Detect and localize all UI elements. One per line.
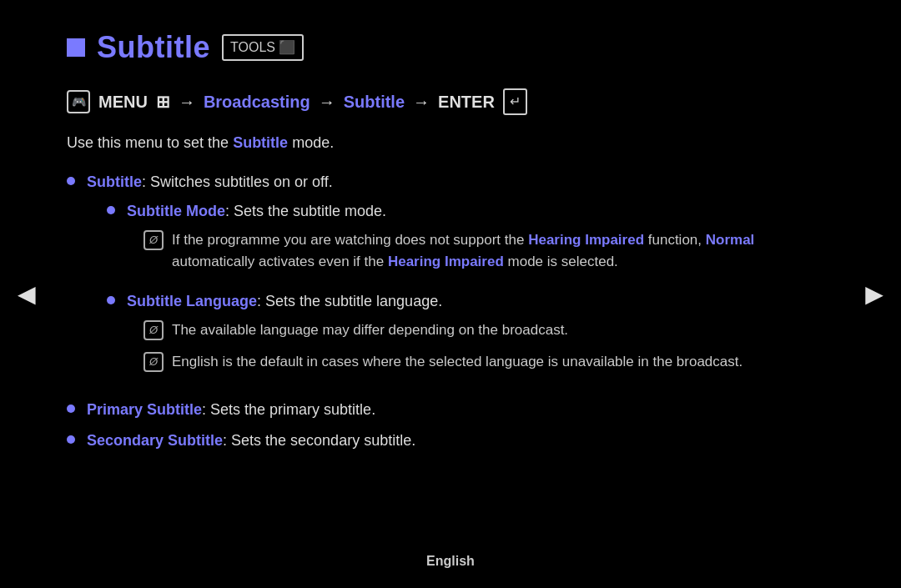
nav-arrow-2: →	[319, 89, 335, 114]
nav-right-button[interactable]: ►	[859, 272, 889, 317]
bullet-item-primary: Primary Subtitle: Sets the primary subti…	[67, 399, 834, 421]
desc-text: Use this menu to set the	[67, 134, 229, 151]
bullet-list: Subtitle: Switches subtitles on or off. …	[67, 171, 834, 452]
sub-bullet1-highlight: Subtitle Mode	[127, 203, 225, 219]
note-item-2: Ø The available language may differ depe…	[143, 319, 742, 341]
desc-end: mode.	[292, 134, 334, 151]
bullet-dot-2	[67, 405, 75, 413]
nav-arrow-1: →	[179, 89, 195, 114]
sub-bullet2-text: : Sets the subtitle language.	[257, 293, 442, 309]
bullet3-highlight: Secondary Subtitle	[87, 432, 223, 449]
sub-bullet2-highlight: Subtitle Language	[127, 293, 257, 309]
nav-left-button[interactable]: ◄	[12, 272, 42, 317]
sub-bullet-text-1: Subtitle Mode: Sets the subtitle mode. Ø…	[127, 200, 834, 282]
note-text-1: If the programme you are watching does n…	[172, 229, 834, 272]
note-list-1: Ø If the programme you are watching does…	[143, 229, 834, 272]
note-item-3: Ø English is the default in cases where …	[143, 351, 742, 373]
square-icon	[67, 38, 85, 57]
header-row: Subtitle TOOLS ⬛	[67, 25, 834, 70]
note-list-2: Ø The available language may differ depe…	[143, 319, 742, 372]
sub-bullet-dot-2	[107, 296, 115, 304]
tools-label: TOOLS	[230, 38, 275, 58]
bullet2-text: : Sets the primary subtitle.	[202, 401, 375, 418]
enter-key: ↵	[503, 88, 527, 115]
note-text-2: The available language may differ depend…	[172, 319, 568, 341]
bullet-dot-3	[67, 435, 75, 444]
bullet-item-secondary: Secondary Subtitle: Sets the secondary s…	[67, 430, 834, 452]
nav-arrow-3: →	[413, 89, 430, 114]
menu-grid: ⊞	[156, 89, 170, 114]
sub-item-mode: Subtitle Mode: Sets the subtitle mode. Ø…	[107, 200, 834, 282]
bullet1-highlight: Subtitle	[87, 173, 142, 190]
description: Use this menu to set the Subtitle mode.	[67, 132, 834, 154]
bullet-text-3: Secondary Subtitle: Sets the secondary s…	[87, 430, 415, 452]
nav-subtitle: Subtitle	[344, 89, 405, 114]
page-title: Subtitle	[97, 25, 210, 70]
bullet3-text: : Sets the secondary subtitle.	[223, 432, 415, 449]
sub-bullet-text-2: Subtitle Language: Sets the subtitle lan…	[127, 290, 742, 382]
bullet1-text: : Switches subtitles on or off.	[142, 173, 333, 190]
menu-icon: 🎮	[67, 90, 90, 113]
bullet2-highlight: Primary Subtitle	[87, 401, 202, 418]
note-icon-2: Ø	[143, 320, 164, 340]
sub-item-language: Subtitle Language: Sets the subtitle lan…	[107, 290, 834, 382]
bullet-dot-1	[67, 177, 75, 185]
sub-bullet1-text: : Sets the subtitle mode.	[225, 203, 386, 219]
tools-badge: TOOLS ⬛	[222, 34, 304, 61]
bullet-text-2: Primary Subtitle: Sets the primary subti…	[87, 399, 375, 421]
menu-nav: 🎮 MENU ⊞ → Broadcasting → Subtitle → ENT…	[67, 88, 834, 115]
footer-lang: English	[426, 554, 475, 568]
sub-list-1: Subtitle Mode: Sets the subtitle mode. Ø…	[107, 200, 834, 382]
nav-broadcasting: Broadcasting	[204, 89, 310, 114]
bullet-item-subtitle: Subtitle: Switches subtitles on or off. …	[67, 171, 834, 390]
menu-label: MENU	[98, 89, 148, 114]
sub-bullet-dot-1	[107, 206, 115, 214]
note-item-1: Ø If the programme you are watching does…	[143, 229, 834, 272]
enter-label: ENTER	[438, 89, 495, 114]
tools-symbol: ⬛	[279, 38, 295, 58]
desc-highlight: Subtitle	[233, 134, 288, 151]
note-icon-3: Ø	[143, 352, 164, 372]
footer: English	[426, 551, 475, 571]
note-icon-1: Ø	[143, 230, 164, 250]
main-container: Subtitle TOOLS ⬛ 🎮 MENU ⊞ → Broadcasting…	[0, 0, 901, 588]
note-text-3: English is the default in cases where th…	[172, 351, 742, 373]
bullet-text-1: Subtitle: Switches subtitles on or off. …	[87, 171, 834, 390]
